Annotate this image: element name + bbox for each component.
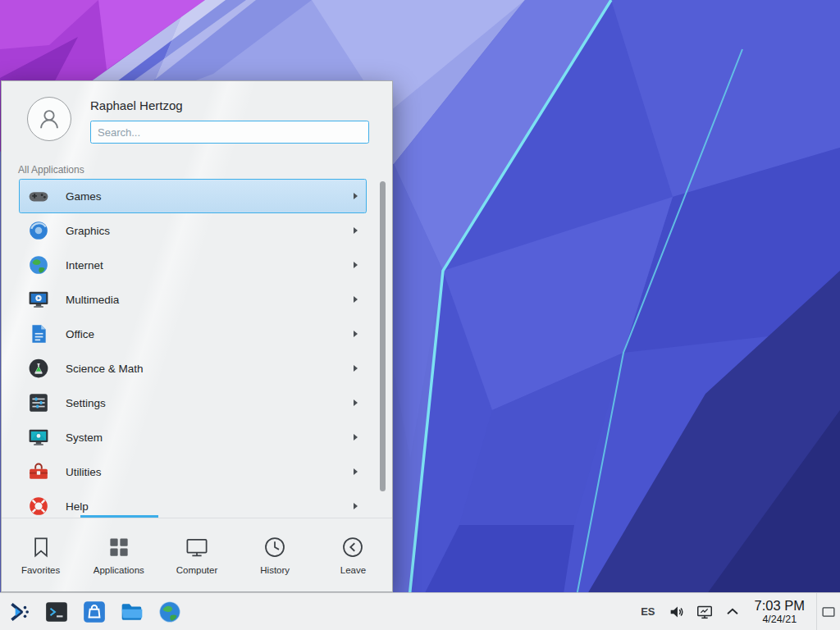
tab-label: Applications (94, 565, 144, 575)
tab-icon (107, 535, 131, 559)
show-desktop-icon (819, 603, 838, 621)
speaker-icon[interactable] (668, 603, 686, 621)
tray-expander-caret-up-icon[interactable] (724, 603, 742, 621)
clock[interactable]: 7:03 PM 4/24/21 (755, 598, 805, 624)
tab-icon (340, 535, 365, 559)
submenu-arrow-icon (354, 468, 358, 475)
category-icon (28, 392, 49, 413)
tab-leave[interactable]: Leave (314, 518, 392, 591)
category-icon (28, 289, 49, 310)
section-label: All Applications (18, 164, 84, 176)
category-multimedia[interactable]: Multimedia (19, 282, 367, 317)
application-launcher-menu: Raphael Hertzog All Applications Games (1, 80, 393, 592)
category-label: Internet (66, 259, 354, 272)
category-games[interactable]: Games (19, 179, 367, 213)
tab-label: Computer (176, 565, 218, 575)
keyboard-layout-indicator[interactable]: ES (641, 605, 655, 618)
category-system[interactable]: System (19, 420, 367, 454)
show-desktop-button[interactable] (816, 593, 840, 630)
tab-favorites[interactable]: Favorites (2, 518, 80, 591)
network-icon[interactable] (696, 603, 714, 621)
submenu-arrow-icon (354, 399, 358, 406)
category-label: Help (66, 500, 354, 513)
category-utilities[interactable]: Utilities (19, 454, 367, 489)
category-science[interactable]: Science & Math (19, 351, 367, 386)
tab-icon (29, 535, 53, 559)
clock-date: 4/24/21 (755, 614, 805, 625)
clock-time: 7:03 PM (755, 598, 805, 613)
category-label: Graphics (66, 225, 354, 237)
tab-icon (185, 535, 209, 559)
desktop: Raphael Hertzog All Applications Games (0, 0, 840, 630)
tab-label: Favorites (21, 565, 60, 575)
tab-applications[interactable]: Applications (80, 518, 158, 591)
app-files-button[interactable] (113, 593, 151, 630)
category-label: Settings (66, 397, 354, 409)
submenu-arrow-icon (354, 365, 358, 372)
category-label: Office (66, 328, 354, 340)
submenu-arrow-icon (354, 503, 358, 509)
avatar[interactable] (27, 97, 71, 141)
submenu-arrow-icon (354, 227, 358, 234)
category-icon (28, 358, 49, 379)
category-label: Science & Math (66, 363, 354, 375)
scrollbar-thumb[interactable] (380, 181, 386, 491)
app-browser-button[interactable] (151, 593, 189, 630)
category-list: Games Graphics Internet (19, 179, 367, 518)
submenu-arrow-icon (354, 262, 358, 268)
category-office[interactable]: Office (19, 317, 367, 351)
taskbar: ES 7:03 PM 4/24/21 (0, 592, 840, 630)
category-label: System (66, 431, 354, 444)
category-graphics[interactable]: Graphics (19, 213, 367, 248)
category-icon (28, 185, 49, 207)
app-launcher-button[interactable] (0, 593, 38, 630)
category-label: Multimedia (66, 294, 354, 306)
submenu-arrow-icon (354, 193, 358, 199)
scrollbar[interactable] (380, 181, 386, 518)
user-name: Raphael Hertzog (90, 98, 183, 112)
search-input[interactable] (90, 121, 369, 144)
category-icon (28, 427, 49, 448)
tab-label: History (260, 565, 290, 575)
tab-bar: Favorites Applications Computer (2, 518, 392, 591)
active-tab-indicator (80, 515, 158, 518)
tab-computer[interactable]: Computer (158, 518, 235, 591)
tab-icon (262, 535, 287, 559)
system-tray: ES 7:03 PM 4/24/21 (633, 593, 840, 630)
category-settings[interactable]: Settings (19, 386, 367, 420)
category-icon (28, 220, 49, 241)
taskbar-apps (0, 593, 189, 630)
user-icon (35, 105, 63, 133)
category-icon (28, 254, 49, 276)
category-label: Games (66, 190, 354, 203)
app-terminal-button[interactable] (38, 593, 75, 630)
category-icon (28, 461, 49, 482)
category-label: Utilities (66, 466, 354, 478)
category-help[interactable]: Help (19, 489, 367, 518)
submenu-arrow-icon (354, 296, 358, 303)
category-internet[interactable]: Internet (19, 248, 367, 282)
app-discover-button[interactable] (75, 593, 113, 630)
tab-history[interactable]: History (236, 518, 314, 591)
category-icon (28, 495, 49, 517)
submenu-arrow-icon (354, 434, 358, 441)
category-icon (28, 323, 49, 345)
tab-label: Leave (340, 565, 366, 575)
submenu-arrow-icon (354, 331, 358, 337)
